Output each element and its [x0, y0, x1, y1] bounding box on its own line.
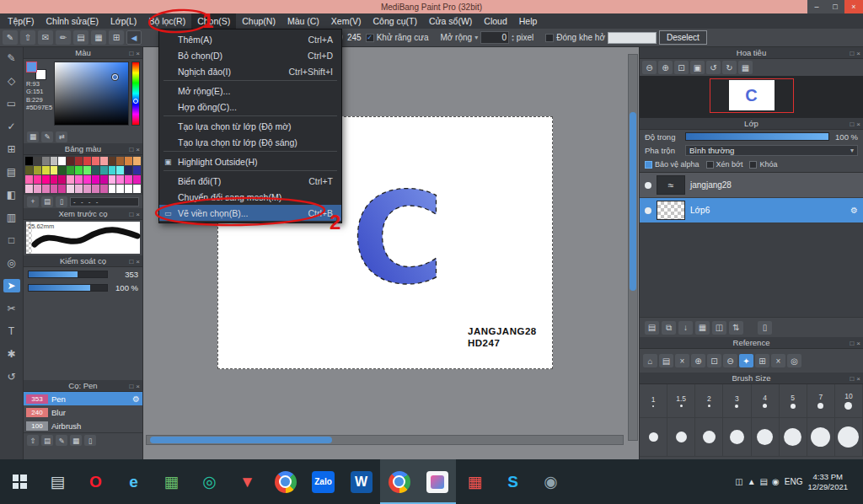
palette-swatch[interactable] — [133, 157, 141, 165]
tool-icon[interactable]: ▥ — [3, 211, 20, 224]
reference-tool-icon[interactable]: × — [675, 354, 689, 367]
menu-item[interactable]: Màu (C) — [281, 13, 325, 29]
palette-footer-icon[interactable]: + — [27, 196, 39, 207]
foreground-color-swatch[interactable] — [26, 62, 37, 72]
dropdown-menu-item[interactable]: Mở rộng(E)... — [159, 83, 341, 99]
palette-swatch[interactable] — [75, 166, 83, 174]
popout-icon[interactable]: □ — [129, 146, 133, 153]
palette-swatch[interactable] — [67, 157, 74, 165]
dropdown-menu-item[interactable]: Nghịch đảo(I) Ctrl+Shift+I — [159, 63, 341, 79]
close-icon[interactable]: × — [856, 375, 860, 383]
toolbar-icon[interactable]: ▤ — [73, 30, 88, 45]
close-icon[interactable]: × — [856, 50, 860, 57]
popout-icon[interactable]: □ — [850, 340, 854, 347]
popout-icon[interactable]: □ — [129, 211, 133, 218]
tool-icon[interactable]: ◎ — [3, 256, 20, 270]
taskbar-app-icon[interactable]: S — [494, 459, 532, 504]
checkbox-icon[interactable] — [706, 161, 714, 169]
gear-icon[interactable]: ⚙ — [132, 394, 140, 404]
layer-footer-icon[interactable]: ↓ — [678, 321, 693, 335]
palette-swatch[interactable] — [42, 185, 50, 193]
tool-icon[interactable]: ⊞ — [3, 142, 20, 156]
brush-size-cell[interactable] — [723, 418, 751, 457]
close-icon[interactable]: × — [136, 211, 140, 218]
popout-icon[interactable]: □ — [129, 383, 133, 390]
menu-item[interactable]: Chụp(N) — [236, 13, 281, 29]
palette-name-box[interactable]: - - - - — [70, 197, 139, 206]
horizontal-scrollbar[interactable] — [146, 435, 624, 445]
navigator-tool-icon[interactable]: ⊖ — [642, 61, 657, 74]
hue-marker-icon[interactable] — [133, 99, 138, 104]
palette-swatch[interactable] — [58, 166, 66, 174]
palette-swatch[interactable] — [42, 157, 50, 165]
palette-swatch[interactable] — [58, 175, 66, 184]
tool-icon[interactable]: ◧ — [3, 188, 20, 201]
menu-item[interactable]: Bộ lọc(R) — [142, 13, 191, 29]
close-icon[interactable]: × — [856, 121, 860, 128]
tool-icon[interactable]: T — [3, 324, 20, 338]
brush-size-cell[interactable] — [780, 418, 807, 457]
tool-icon[interactable]: ↺ — [3, 370, 20, 383]
brush-size-cell[interactable]: 7 — [807, 384, 835, 418]
dropdown-menu-item[interactable]: ▣ Highlight Outside(H) — [159, 153, 341, 169]
popout-icon[interactable]: □ — [129, 50, 133, 57]
maximize-button[interactable]: □ — [826, 0, 844, 13]
taskbar-app-icon[interactable]: Zalo — [304, 459, 342, 504]
reference-tool-icon[interactable]: ▤ — [659, 354, 673, 367]
back-arrow-button[interactable]: ◀ — [126, 30, 142, 45]
trash-icon[interactable]: ▯ — [758, 321, 772, 335]
navigator-tool-icon[interactable]: ▦ — [738, 61, 753, 74]
reference-tool-icon[interactable]: ⊖ — [723, 354, 737, 367]
palette-swatch[interactable] — [51, 175, 58, 184]
brush-size-cell[interactable] — [695, 418, 723, 457]
layer-footer-icon[interactable]: ▦ — [695, 321, 710, 335]
menu-item[interactable]: Lớp(L) — [105, 13, 142, 29]
brush-list-item[interactable]: 240 Blur ⚙ — [24, 405, 142, 419]
dropdown-menu-item[interactable]: Bỏ chọn(D) Ctrl+D — [159, 47, 341, 63]
clock[interactable]: 4:33 PM 12/29/2021 — [807, 472, 848, 492]
palette-swatch[interactable] — [25, 185, 33, 193]
dropdown-menu-item[interactable]: Tạo lựa chọn từ lớp (Độ sáng) — [159, 134, 341, 150]
taskbar-app-icon[interactable] — [418, 459, 456, 504]
popout-icon[interactable]: □ — [129, 258, 133, 265]
palette-swatch[interactable] — [116, 166, 124, 174]
menu-item[interactable]: Cloud — [478, 13, 512, 29]
dropdown-menu-item[interactable]: Hợp đồng(C)... — [159, 99, 341, 115]
taskbar-app-icon[interactable]: ▤ — [39, 459, 77, 504]
palette-swatch[interactable] — [83, 157, 91, 165]
palette-swatch[interactable] — [25, 157, 33, 165]
fg-bg-swatches[interactable] — [26, 62, 46, 80]
tool-icon[interactable]: ✎ — [3, 51, 20, 65]
palette-swatch[interactable] — [25, 166, 33, 174]
reference-tool-icon[interactable]: ✦ — [739, 354, 753, 367]
checkbox-icon[interactable] — [749, 161, 757, 169]
layer-footer-icon[interactable]: ⧉ — [662, 321, 676, 335]
taskbar-app-icon[interactable]: ▦ — [456, 459, 494, 504]
palette-swatch[interactable] — [109, 166, 116, 174]
blend-select[interactable]: Bình thường ▾ — [685, 145, 858, 156]
tool-icon[interactable]: ✂ — [3, 302, 20, 315]
palette-swatch[interactable] — [67, 185, 74, 193]
start-button[interactable] — [0, 459, 39, 504]
reference-tool-icon[interactable]: ◎ — [787, 354, 801, 367]
layer-footer-icon[interactable]: ⇅ — [729, 321, 743, 335]
opacity-slider[interactable] — [685, 132, 829, 141]
brush-size-cell[interactable]: 10 — [835, 384, 863, 418]
visibility-eye-icon[interactable] — [645, 182, 651, 189]
navigator-tool-icon[interactable]: ▣ — [690, 61, 705, 74]
menu-item[interactable]: Chỉnh sửa(E) — [40, 13, 105, 29]
reference-tool-icon[interactable]: ⊡ — [707, 354, 721, 367]
brush-size-cell[interactable] — [667, 418, 695, 457]
layer-footer-icon[interactable]: ▤ — [645, 321, 659, 335]
popout-icon[interactable]: □ — [850, 375, 854, 383]
brush-size-cell[interactable] — [752, 418, 780, 457]
palette-swatch[interactable] — [116, 185, 124, 193]
menu-item[interactable]: Chọn(S) — [191, 13, 236, 29]
toolbar-icon[interactable]: ⇧ — [20, 30, 35, 45]
checkbox-icon[interactable] — [645, 161, 652, 169]
brush-footer-icon[interactable]: ▤ — [41, 435, 53, 446]
toolbar-icon[interactable]: ⊞ — [109, 30, 124, 45]
palette-swatch[interactable] — [92, 157, 99, 165]
close-gap-checkbox[interactable] — [545, 34, 554, 42]
picker-ring-icon[interactable] — [112, 74, 118, 80]
